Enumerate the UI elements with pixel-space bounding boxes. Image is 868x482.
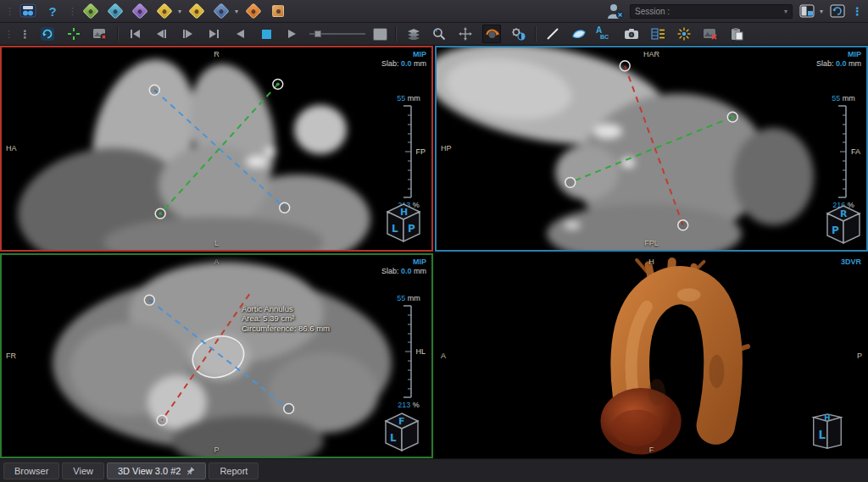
mode-block: MIP Slab: 0.0 mm bbox=[381, 50, 426, 68]
svg-text:L: L bbox=[818, 429, 826, 441]
measurement-overlay-2[interactable] bbox=[437, 47, 866, 250]
annulus-title: Aortic Annulus bbox=[242, 304, 330, 314]
viewport-grid: R HA L MIP Slab: 0.0 mm 55 mm bbox=[0, 46, 868, 458]
clipboard-button[interactable] bbox=[727, 25, 746, 43]
orientation-cube[interactable]: R P bbox=[824, 203, 863, 246]
rotate-tool-button[interactable] bbox=[482, 25, 501, 43]
workflow-dropdown-caret-2[interactable]: ▾ bbox=[235, 8, 238, 15]
measure-handle[interactable] bbox=[157, 415, 167, 425]
orient-right-label: P bbox=[857, 352, 862, 360]
play-reverse-button[interactable] bbox=[231, 25, 249, 43]
dual-view-icon[interactable] bbox=[19, 2, 37, 20]
measure-handle[interactable] bbox=[620, 61, 630, 71]
workflow-purple-icon[interactable] bbox=[131, 3, 148, 19]
layout-button[interactable] bbox=[798, 2, 816, 20]
pin-icon[interactable] bbox=[186, 467, 195, 476]
tab-report-label: Report bbox=[220, 466, 248, 476]
slab-unit: mm bbox=[414, 59, 426, 68]
rotate-icon bbox=[485, 27, 499, 41]
tab-3d-view[interactable]: 3D View 3.0 #2 bbox=[107, 463, 206, 479]
help-button[interactable]: ? bbox=[43, 2, 62, 20]
snapshot-button[interactable] bbox=[622, 25, 641, 43]
curve-tool-button[interactable] bbox=[570, 25, 588, 43]
window-level-gear-icon bbox=[511, 27, 526, 41]
render-mode-label: MIP bbox=[381, 50, 426, 58]
workflow-green-icon[interactable] bbox=[82, 3, 99, 19]
light-settings-button[interactable] bbox=[675, 25, 693, 43]
cine-frame-box[interactable] bbox=[373, 28, 387, 41]
center-crosshair-button[interactable] bbox=[64, 25, 83, 43]
workflow-orange-icon[interactable] bbox=[245, 3, 262, 19]
orient-top-label: A bbox=[214, 258, 219, 266]
overflow-menu-button[interactable]: ⋮ bbox=[852, 5, 863, 18]
remove-snapshot-button[interactable] bbox=[91, 25, 109, 43]
measure-handle[interactable] bbox=[565, 177, 576, 187]
annotate-text-button[interactable]: A BC bbox=[596, 25, 615, 43]
nav-prev-button[interactable] bbox=[152, 25, 170, 43]
slab-label: Slab: bbox=[816, 59, 834, 68]
workflow-pages-icon[interactable] bbox=[272, 5, 284, 17]
orientation-cube[interactable]: H L bbox=[809, 409, 846, 452]
workflow-teal-icon[interactable] bbox=[107, 3, 124, 19]
layout-dropdown-caret[interactable]: ▾ bbox=[820, 8, 823, 15]
remove-image-button[interactable] bbox=[701, 25, 720, 43]
zoom-tool-button[interactable] bbox=[430, 25, 448, 43]
tab-report[interactable]: Report bbox=[209, 463, 259, 479]
toolbar-separator-3 bbox=[535, 26, 536, 42]
stop-button[interactable] bbox=[257, 25, 275, 43]
view-toolbar: ⋮ ⋮ bbox=[0, 23, 868, 46]
grid-icon bbox=[651, 28, 665, 40]
tab-browser[interactable]: Browser bbox=[3, 463, 59, 479]
measure-line-button[interactable] bbox=[543, 25, 562, 43]
camera-icon bbox=[624, 28, 639, 40]
viewport-3d-vr[interactable]: H A P F 3DVR H L bbox=[435, 253, 868, 459]
cine-speed-slider[interactable] bbox=[309, 28, 365, 40]
tab-view[interactable]: View bbox=[62, 463, 104, 479]
reset-layout-button[interactable] bbox=[828, 2, 847, 20]
nav-last-button[interactable] bbox=[204, 25, 223, 43]
annulus-area: Area: 5.39 cm² bbox=[242, 313, 330, 324]
nav-first-button[interactable] bbox=[125, 25, 144, 43]
slab-value[interactable]: 0.0 bbox=[836, 59, 847, 68]
workflow-yellow-1-icon[interactable] bbox=[156, 3, 173, 19]
slab-value[interactable]: 0.0 bbox=[401, 59, 412, 68]
measurement-overlay-1[interactable] bbox=[2, 47, 431, 250]
play-button[interactable] bbox=[283, 25, 302, 43]
orientation-cube[interactable]: F L bbox=[382, 411, 421, 453]
tool-overflow-button[interactable]: ⋮ bbox=[19, 28, 31, 41]
viewport-mpr-3[interactable]: Aortic Annulus Area: 5.39 cm² Circumfere… bbox=[0, 253, 433, 459]
measure-handle[interactable] bbox=[280, 202, 290, 213]
session-select[interactable]: Session : ▾ bbox=[630, 4, 793, 19]
orient-right-label: FA bbox=[851, 147, 860, 156]
reset-view-button[interactable] bbox=[38, 25, 57, 43]
stack-button[interactable] bbox=[403, 25, 422, 43]
orientation-cube[interactable]: H L P bbox=[384, 202, 423, 244]
tool-grip[interactable]: ⋮ bbox=[4, 30, 12, 38]
main-toolbar: ⋮ ? ⋮ ▾ ▾ Session : ▾ bbox=[0, 0, 868, 23]
svg-text:H: H bbox=[400, 207, 408, 218]
measure-handle[interactable] bbox=[144, 295, 154, 305]
slider-handle[interactable] bbox=[314, 30, 321, 37]
mode-block: MIP Slab: 0.0 mm bbox=[381, 258, 426, 275]
render-mode-label: MIP bbox=[381, 258, 426, 266]
measurement-overlay-3[interactable] bbox=[2, 255, 431, 457]
workflow-blue-icon[interactable] bbox=[213, 3, 230, 19]
viewport-mpr-1[interactable]: R HA L MIP Slab: 0.0 mm 55 mm bbox=[0, 46, 433, 252]
annulus-contour[interactable] bbox=[187, 330, 249, 384]
layout-grid-button[interactable] bbox=[648, 25, 667, 43]
workflow-yellow-2-icon[interactable] bbox=[188, 3, 205, 19]
measure-handle[interactable] bbox=[149, 85, 159, 95]
measure-handle[interactable] bbox=[678, 220, 688, 230]
workflow-dropdown-caret[interactable]: ▾ bbox=[178, 8, 181, 15]
nav-next-button[interactable] bbox=[178, 25, 197, 43]
viewport-mpr-2[interactable]: HAR HP FPL MIP Slab: 0.0 mm 55 mm bbox=[435, 46, 868, 252]
orient-top-label: R bbox=[214, 50, 220, 58]
pan-tool-button[interactable] bbox=[456, 25, 475, 43]
display-settings-button[interactable] bbox=[509, 25, 527, 43]
toolbar-grip-2[interactable]: ⋮ bbox=[68, 7, 75, 15]
slab-value[interactable]: 0.0 bbox=[401, 267, 412, 275]
toolbar-grip[interactable]: ⋮ bbox=[5, 7, 13, 15]
reset-view-icon bbox=[40, 26, 55, 42]
measure-handle[interactable] bbox=[284, 403, 294, 413]
user-session-icon[interactable] bbox=[606, 3, 625, 19]
